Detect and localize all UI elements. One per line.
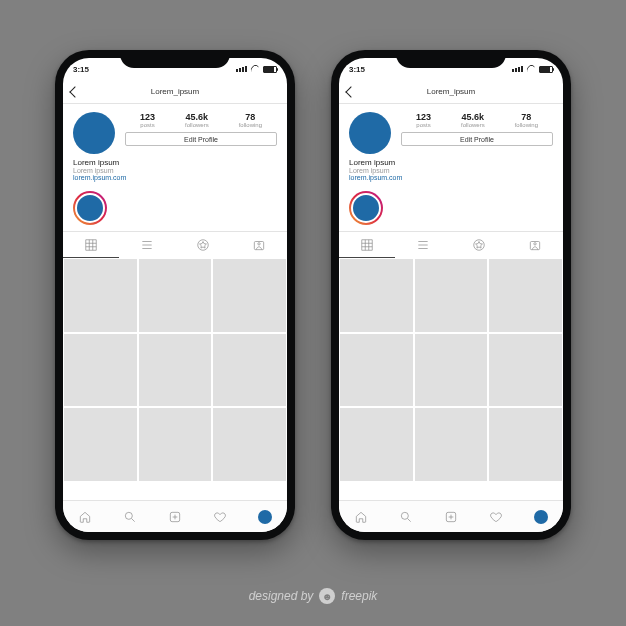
post-thumbnail[interactable] (213, 408, 286, 481)
battery-icon (539, 66, 553, 73)
post-thumbnail[interactable] (489, 334, 562, 407)
cellular-icon (512, 66, 523, 72)
post-thumbnail[interactable] (340, 334, 413, 407)
battery-icon (263, 66, 277, 73)
profile-stats: 123posts 45.6kfollowers 78following (125, 112, 277, 128)
avatar[interactable] (73, 112, 115, 154)
nav-add[interactable] (442, 508, 460, 526)
search-icon (399, 510, 413, 524)
nav-home[interactable] (352, 508, 370, 526)
wifi-icon (526, 65, 536, 73)
post-thumbnail[interactable] (415, 334, 488, 407)
edit-profile-button[interactable]: Edit Profile (401, 132, 553, 146)
profile-dot-icon (258, 510, 272, 524)
post-thumbnail[interactable] (139, 408, 212, 481)
tab-grid[interactable] (339, 232, 395, 258)
phone-mockup-right: 3:15 Lorem_ipsum 123posts 45.6kfollowers (331, 50, 571, 540)
chevron-left-icon (69, 86, 80, 97)
grid-icon (84, 238, 98, 252)
post-thumbnail[interactable] (489, 408, 562, 481)
add-icon (444, 510, 458, 524)
post-thumbnail[interactable] (64, 259, 137, 332)
post-grid (63, 258, 287, 500)
status-time: 3:15 (73, 65, 89, 74)
back-button[interactable] (71, 80, 79, 103)
cellular-icon (236, 66, 247, 72)
back-button[interactable] (347, 80, 355, 103)
tab-starred[interactable] (451, 232, 507, 258)
tab-list[interactable] (119, 232, 175, 258)
post-thumbnail[interactable] (213, 334, 286, 407)
story-highlights (63, 187, 287, 231)
home-icon (354, 510, 368, 524)
stat-followers[interactable]: 45.6kfollowers (185, 112, 209, 128)
story-highlight[interactable] (349, 191, 383, 225)
post-thumbnail[interactable] (64, 408, 137, 481)
status-time: 3:15 (349, 65, 365, 74)
avatar[interactable] (349, 112, 391, 154)
edit-profile-button[interactable]: Edit Profile (125, 132, 277, 146)
stat-followers[interactable]: 45.6kfollowers (461, 112, 485, 128)
nav-add[interactable] (166, 508, 184, 526)
screen: 3:15 Lorem_ipsum 123posts 45.6kfollowers (339, 58, 563, 532)
attribution-prefix: designed by (249, 589, 314, 603)
home-icon (78, 510, 92, 524)
tab-tagged[interactable] (231, 232, 287, 258)
bio-link[interactable]: lorem.ipsum.com (73, 174, 277, 181)
bio-link[interactable]: lorem.ipsum.com (349, 174, 553, 181)
post-thumbnail[interactable] (340, 259, 413, 332)
story-highlights (339, 187, 563, 231)
story-highlight[interactable] (73, 191, 107, 225)
post-thumbnail[interactable] (340, 408, 413, 481)
stat-following[interactable]: 78following (515, 112, 538, 128)
story-thumbnail (75, 193, 105, 223)
bio-name: Lorem ipsum (349, 158, 553, 167)
stat-following[interactable]: 78following (239, 112, 262, 128)
header-username: Lorem_ipsum (151, 87, 199, 96)
tagged-icon (528, 238, 542, 252)
bottom-nav (63, 500, 287, 532)
post-thumbnail[interactable] (415, 408, 488, 481)
add-icon (168, 510, 182, 524)
profile-dot-icon (534, 510, 548, 524)
list-icon (140, 238, 154, 252)
nav-search[interactable] (397, 508, 415, 526)
tab-list[interactable] (395, 232, 451, 258)
profile-bio: Lorem ipsum Lorem ipsum lorem.ipsum.com (63, 158, 287, 187)
nav-home[interactable] (76, 508, 94, 526)
stat-posts[interactable]: 123posts (140, 112, 155, 128)
stat-posts[interactable]: 123posts (416, 112, 431, 128)
post-thumbnail[interactable] (139, 259, 212, 332)
post-thumbnail[interactable] (415, 259, 488, 332)
story-thumbnail (351, 193, 381, 223)
bottom-nav (339, 500, 563, 532)
tab-grid[interactable] (63, 232, 119, 258)
screen: 3:15 Lorem_ipsum 123posts 45.6kfollowers (63, 58, 287, 532)
post-thumbnail[interactable] (64, 334, 137, 407)
status-indicators (236, 65, 277, 73)
attribution: designed by ☻ freepik (0, 588, 626, 604)
heart-icon (213, 510, 227, 524)
post-thumbnail[interactable] (213, 259, 286, 332)
post-thumbnail[interactable] (139, 334, 212, 407)
bio-desc: Lorem ipsum (349, 167, 553, 174)
phone-notch (120, 50, 230, 68)
nav-profile[interactable] (532, 508, 550, 526)
nav-activity[interactable] (211, 508, 229, 526)
nav-profile[interactable] (256, 508, 274, 526)
search-icon (123, 510, 137, 524)
list-icon (416, 238, 430, 252)
tab-starred[interactable] (175, 232, 231, 258)
tab-tagged[interactable] (507, 232, 563, 258)
tagged-icon (252, 238, 266, 252)
content-tabs (63, 231, 287, 258)
nav-search[interactable] (121, 508, 139, 526)
heart-icon (489, 510, 503, 524)
profile-summary: 123posts 45.6kfollowers 78following Edit… (339, 104, 563, 158)
profile-bio: Lorem ipsum Lorem ipsum lorem.ipsum.com (339, 158, 563, 187)
post-thumbnail[interactable] (489, 259, 562, 332)
star-icon (472, 238, 486, 252)
phone-mockup-left: 3:15 Lorem_ipsum 123posts 45.6kfollowers (55, 50, 295, 540)
nav-activity[interactable] (487, 508, 505, 526)
freepik-logo-icon: ☻ (319, 588, 335, 604)
